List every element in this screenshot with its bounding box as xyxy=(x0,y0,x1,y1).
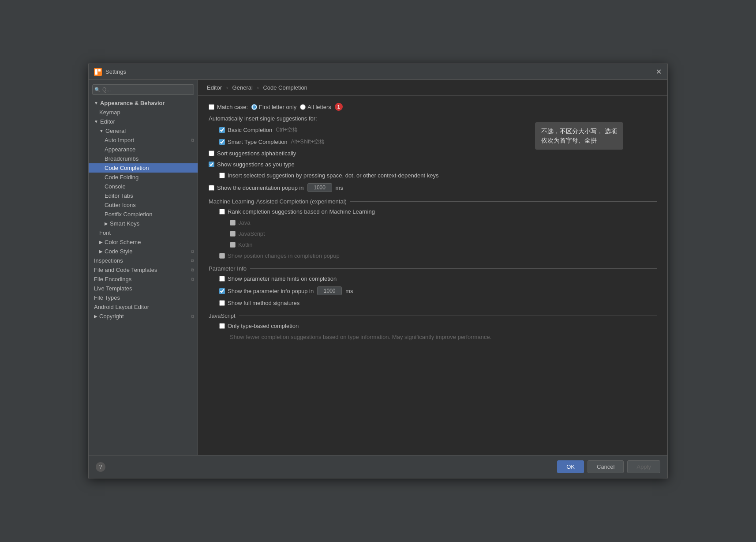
only-type-based-row: Only type-based completion xyxy=(209,323,657,329)
ml-java-label[interactable]: Java xyxy=(230,219,250,226)
ml-javascript-label[interactable]: JavaScript xyxy=(230,230,265,237)
sidebar-item-copyright[interactable]: ▶ Copyright ⧉ xyxy=(89,312,198,321)
chevron-right-icon: ▶ xyxy=(94,314,97,319)
search-input[interactable] xyxy=(92,84,194,95)
sidebar-item-editor-tabs[interactable]: Editor Tabs xyxy=(89,191,198,200)
sidebar-item-label: File and Code Templates xyxy=(94,267,157,273)
copy-icon: ⧉ xyxy=(191,267,194,273)
sidebar-item-breadcrumbs[interactable]: Breadcrumbs xyxy=(89,154,198,163)
sidebar-item-live-templates[interactable]: Live Templates xyxy=(89,284,198,293)
show-suggestions-checkbox[interactable] xyxy=(209,162,214,167)
copy-icon: ⧉ xyxy=(191,258,194,263)
show-doc-popup-value[interactable] xyxy=(307,183,332,192)
close-button[interactable]: ✕ xyxy=(655,68,662,75)
breadcrumb-general: General xyxy=(232,84,253,91)
show-doc-popup-checkbox[interactable] xyxy=(209,185,214,191)
cancel-button[interactable]: Cancel xyxy=(588,460,624,473)
copy-icon: ⧉ xyxy=(191,249,194,254)
rank-ml-checkbox[interactable] xyxy=(219,209,225,215)
match-case-checkbox[interactable] xyxy=(209,104,214,110)
search-box: 🔍 xyxy=(92,84,194,95)
only-type-based-desc: Show fewer completion suggestions based … xyxy=(230,334,491,340)
search-icon: 🔍 xyxy=(94,87,101,93)
title-bar-left: Settings xyxy=(94,68,126,76)
dialog-title: Settings xyxy=(105,68,126,75)
show-position-changes-checkbox[interactable] xyxy=(219,253,225,259)
insert-by-space-label[interactable]: Insert selected suggestion by pressing s… xyxy=(219,172,438,179)
sidebar-item-file-encodings[interactable]: File Encodings ⧉ xyxy=(89,275,198,284)
ok-button[interactable]: OK xyxy=(557,460,584,473)
first-letter-radio[interactable] xyxy=(251,104,257,110)
show-param-hints-row: Show parameter name hints on completion xyxy=(209,275,657,282)
sidebar-item-editor[interactable]: ▼ Editor xyxy=(89,117,198,126)
first-letter-radio-label[interactable]: First letter only xyxy=(251,104,296,110)
sidebar-item-label: Appearance & Behavior xyxy=(100,100,165,106)
show-full-signatures-row: Show full method signatures xyxy=(209,300,657,306)
show-doc-popup-label[interactable]: Show the documentation popup in xyxy=(209,184,304,191)
match-case-label[interactable]: Match case: xyxy=(209,104,248,110)
title-bar: Settings ✕ xyxy=(89,64,667,80)
sort-alphabetically-text: Sort suggestions alphabetically xyxy=(217,150,296,157)
show-position-changes-label[interactable]: Show position changes in completion popu… xyxy=(219,252,340,259)
show-param-hints-label[interactable]: Show parameter name hints on completion xyxy=(219,275,337,282)
show-suggestions-label[interactable]: Show suggestions as you type xyxy=(209,161,295,168)
sidebar-item-android-layout-editor[interactable]: Android Layout Editor xyxy=(89,302,198,312)
only-type-based-checkbox[interactable] xyxy=(219,323,225,329)
sidebar-item-color-scheme[interactable]: ▶ Color Scheme xyxy=(89,237,198,247)
sidebar-item-appearance[interactable]: Appearance xyxy=(89,145,198,154)
show-full-signatures-label[interactable]: Show full method signatures xyxy=(219,300,299,306)
ml-kotlin-label[interactable]: Kotlin xyxy=(230,241,253,248)
sidebar-item-smart-keys[interactable]: ▶ Smart Keys xyxy=(89,219,198,228)
sidebar-item-label: Console xyxy=(105,183,126,190)
sidebar-item-file-types[interactable]: File Types xyxy=(89,293,198,302)
all-letters-radio-label[interactable]: All letters xyxy=(300,104,331,110)
sidebar-item-general[interactable]: ▼ General xyxy=(89,126,198,136)
basic-completion-checkbox[interactable] xyxy=(219,127,225,133)
sidebar-item-code-completion[interactable]: Code Completion xyxy=(89,163,198,173)
show-param-popup-label[interactable]: Show the parameter info popup in xyxy=(219,288,314,294)
show-param-popup-checkbox[interactable] xyxy=(219,288,225,294)
sidebar-item-postfix-completion[interactable]: Postfix Completion xyxy=(89,210,198,219)
sidebar-item-gutter-icons[interactable]: Gutter Icons xyxy=(89,200,198,210)
smart-type-completion-checkbox[interactable] xyxy=(219,139,225,145)
sidebar-item-label: General xyxy=(105,128,126,134)
ml-java-row: Java xyxy=(209,219,657,226)
sort-alphabetically-label[interactable]: Sort suggestions alphabetically xyxy=(209,150,296,157)
sidebar-item-code-folding[interactable]: Code Folding xyxy=(89,173,198,182)
ml-java-checkbox[interactable] xyxy=(230,220,236,226)
ml-kotlin-checkbox[interactable] xyxy=(230,242,236,248)
apply-button[interactable]: Apply xyxy=(627,460,660,473)
rank-ml-text: Rank completion suggestions based on Mac… xyxy=(228,208,375,215)
sidebar-item-label: Appearance xyxy=(105,146,135,153)
show-full-signatures-checkbox[interactable] xyxy=(219,300,225,306)
only-type-based-desc-row: Show fewer completion suggestions based … xyxy=(209,334,657,340)
basic-completion-label[interactable]: Basic Completion xyxy=(219,127,272,133)
sidebar-item-console[interactable]: Console xyxy=(89,182,198,191)
sidebar-item-code-style[interactable]: ▶ Code Style ⧉ xyxy=(89,247,198,256)
show-param-popup-value[interactable] xyxy=(317,286,342,295)
only-type-based-label[interactable]: Only type-based completion xyxy=(219,323,299,329)
ml-javascript-checkbox[interactable] xyxy=(230,231,236,237)
chevron-down-icon: ▼ xyxy=(94,119,98,124)
smart-type-completion-label[interactable]: Smart Type Completion xyxy=(219,139,288,145)
show-param-hints-text: Show parameter name hints on completion xyxy=(228,275,337,282)
sidebar-item-auto-import[interactable]: Auto Import ⧉ xyxy=(89,136,198,145)
rank-ml-label[interactable]: Rank completion suggestions based on Mac… xyxy=(219,208,375,215)
sidebar-item-appearance-behavior[interactable]: ▼ Appearance & Behavior xyxy=(89,98,198,108)
sidebar-item-file-code-templates[interactable]: File and Code Templates ⧉ xyxy=(89,265,198,275)
sidebar-item-label: Auto Import xyxy=(105,137,134,143)
ml-javascript-row: JavaScript xyxy=(209,230,657,237)
ml-javascript-text: JavaScript xyxy=(238,230,265,237)
insert-by-space-checkbox[interactable] xyxy=(219,173,225,178)
show-suggestions-row: Show suggestions as you type xyxy=(209,161,657,168)
sort-alphabetically-checkbox[interactable] xyxy=(209,151,214,156)
show-suggestions-text: Show suggestions as you type xyxy=(217,161,295,168)
sidebar-item-label: Live Templates xyxy=(94,285,132,292)
match-case-row: Match case: First letter only All letter… xyxy=(209,103,657,111)
sidebar-item-font[interactable]: Font xyxy=(89,228,198,237)
all-letters-radio[interactable] xyxy=(300,104,306,110)
sidebar-item-inspections[interactable]: Inspections ⧉ xyxy=(89,256,198,265)
show-param-hints-checkbox[interactable] xyxy=(219,276,225,282)
sidebar-item-keymap[interactable]: Keymap xyxy=(89,108,198,117)
help-button[interactable]: ? xyxy=(96,462,105,472)
